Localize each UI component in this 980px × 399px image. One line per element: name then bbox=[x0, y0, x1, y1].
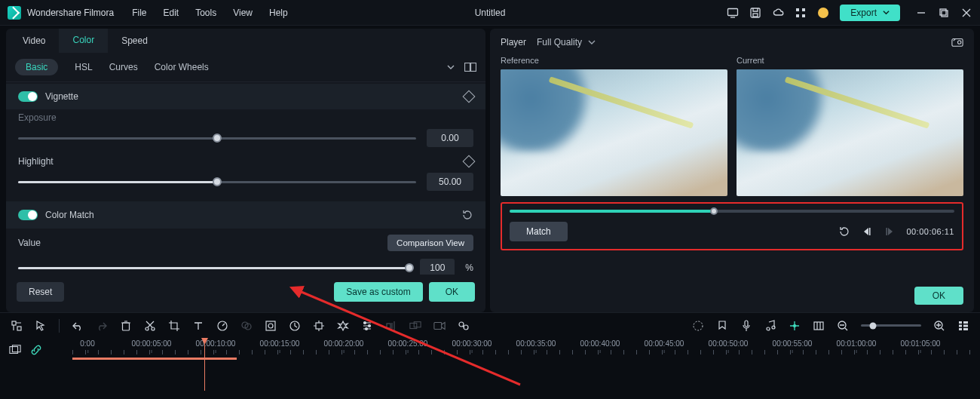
track-add-icon[interactable] bbox=[9, 344, 21, 356]
text-icon[interactable] bbox=[192, 320, 204, 332]
value-slider[interactable] bbox=[18, 267, 409, 269]
record-icon[interactable] bbox=[433, 320, 446, 332]
match-button[interactable]: Match bbox=[510, 222, 568, 241]
cloud-icon[interactable] bbox=[772, 7, 784, 19]
keyframe-tool-icon[interactable] bbox=[289, 320, 301, 332]
subtab-curves[interactable]: Curves bbox=[109, 62, 138, 72]
tab-video[interactable]: Video bbox=[9, 29, 59, 52]
timeline-clip[interactable] bbox=[72, 358, 237, 360]
export-button[interactable]: Export bbox=[840, 5, 900, 21]
svg-rect-50 bbox=[963, 328, 968, 330]
tracking-icon[interactable] bbox=[313, 320, 325, 332]
keyframe-icon[interactable] bbox=[463, 155, 476, 168]
section-vignette[interactable]: Vignette bbox=[6, 84, 485, 109]
music-icon[interactable] bbox=[764, 320, 776, 332]
highlight-slider[interactable] bbox=[18, 181, 416, 183]
ok-button[interactable]: OK bbox=[429, 282, 475, 302]
audio-sep-icon[interactable] bbox=[385, 320, 397, 332]
reset-icon[interactable] bbox=[461, 209, 473, 221]
playback-slider[interactable] bbox=[510, 210, 954, 213]
crop-icon[interactable] bbox=[168, 320, 180, 332]
ruler-mark: 00:00:55:00 bbox=[773, 339, 813, 348]
vignette-toggle[interactable] bbox=[18, 91, 38, 102]
exposure-value[interactable]: 0.00 bbox=[427, 129, 473, 147]
speed-icon[interactable] bbox=[216, 320, 228, 332]
account-avatar-icon[interactable] bbox=[817, 7, 829, 19]
subtab-colorwheels[interactable]: Color Wheels bbox=[155, 62, 209, 72]
monitor-icon[interactable] bbox=[727, 7, 739, 19]
link-icon[interactable] bbox=[30, 344, 42, 356]
window-minimize-icon[interactable] bbox=[915, 7, 927, 19]
exposure-slider[interactable] bbox=[18, 137, 416, 140]
redo-icon[interactable] bbox=[96, 320, 108, 332]
cut-icon[interactable] bbox=[144, 320, 156, 332]
menu-help[interactable]: Help bbox=[269, 8, 288, 18]
timeline-ruler-area[interactable]: 0:0000:00:05:0000:00:10:0000:00:15:0000:… bbox=[72, 338, 980, 395]
export-label: Export bbox=[850, 8, 877, 18]
menu-tools[interactable]: Tools bbox=[195, 8, 216, 18]
mask-icon[interactable] bbox=[265, 320, 277, 332]
menu-file[interactable]: File bbox=[132, 8, 146, 18]
zoom-out-icon[interactable] bbox=[837, 320, 849, 332]
zoom-in-icon[interactable] bbox=[933, 320, 945, 332]
undo-icon[interactable] bbox=[72, 320, 84, 332]
pointer-tool-icon[interactable] bbox=[35, 320, 47, 332]
svg-point-19 bbox=[145, 327, 149, 330]
snap-icon[interactable] bbox=[813, 320, 825, 332]
tab-color[interactable]: Color bbox=[59, 29, 108, 53]
save-as-custom-button[interactable]: Save as custom bbox=[334, 282, 422, 302]
marker-list-icon[interactable] bbox=[692, 320, 704, 332]
window-maximize-icon[interactable] bbox=[938, 7, 950, 19]
playhead[interactable] bbox=[204, 338, 205, 391]
adjust-icon[interactable] bbox=[361, 320, 373, 332]
comparison-view-button[interactable]: Comparison View bbox=[387, 235, 473, 251]
highlight-value[interactable]: 50.00 bbox=[427, 173, 473, 191]
chevron-down-icon[interactable] bbox=[445, 61, 457, 73]
subtab-basic[interactable]: Basic bbox=[15, 59, 58, 75]
exposure-label: Exposure bbox=[18, 112, 57, 123]
effects-icon[interactable] bbox=[337, 320, 349, 332]
svg-rect-32 bbox=[410, 323, 417, 328]
player-ok-button[interactable]: OK bbox=[914, 287, 963, 305]
subtab-hsl[interactable]: HSL bbox=[75, 62, 92, 72]
save-icon[interactable] bbox=[749, 7, 761, 19]
ruler-mark: 00:00:30:00 bbox=[452, 339, 492, 348]
render-icon[interactable] bbox=[789, 320, 801, 332]
step-forward-icon[interactable] bbox=[884, 226, 896, 238]
color-subtabs: Basic HSL Curves Color Wheels bbox=[6, 53, 485, 82]
group-icon[interactable] bbox=[409, 320, 421, 332]
svg-rect-11 bbox=[471, 63, 476, 72]
svg-point-30 bbox=[366, 327, 368, 330]
snapshot-icon[interactable] bbox=[951, 36, 963, 48]
window-close-icon[interactable] bbox=[960, 7, 972, 19]
timeline-toolbar bbox=[0, 312, 980, 338]
keyframe-icon[interactable] bbox=[463, 91, 476, 103]
menu-view[interactable]: View bbox=[233, 8, 253, 18]
marker-icon[interactable] bbox=[716, 320, 728, 332]
delete-icon[interactable] bbox=[120, 320, 132, 332]
rewind-icon[interactable] bbox=[838, 226, 850, 238]
timecode: 00:00:06:11 bbox=[906, 227, 954, 236]
quality-select[interactable]: Full Quality bbox=[537, 37, 596, 48]
timeline-options-icon[interactable] bbox=[957, 320, 969, 332]
svg-rect-15 bbox=[887, 228, 888, 235]
value-number[interactable]: 100 bbox=[420, 259, 455, 275]
step-back-icon[interactable] bbox=[861, 226, 873, 238]
mixer-icon[interactable] bbox=[458, 320, 470, 332]
menu-edit[interactable]: Edit bbox=[164, 8, 179, 18]
ruler-mark: 00:00:15:00 bbox=[260, 339, 300, 348]
color-icon[interactable] bbox=[240, 320, 253, 332]
select-tool-icon[interactable] bbox=[11, 320, 23, 332]
section-colormatch[interactable]: Color Match bbox=[6, 201, 485, 229]
reset-button[interactable]: Reset bbox=[17, 282, 64, 302]
highlight-label: Highlight bbox=[18, 156, 54, 167]
svg-rect-3 bbox=[796, 8, 799, 11]
ruler-mark: 00:00:50:00 bbox=[709, 339, 749, 348]
vignette-label: Vignette bbox=[45, 91, 78, 102]
colormatch-toggle[interactable] bbox=[18, 210, 38, 220]
zoom-slider[interactable] bbox=[861, 324, 921, 327]
voiceover-icon[interactable] bbox=[740, 320, 752, 332]
compare-layout-icon[interactable] bbox=[464, 61, 476, 73]
tab-speed[interactable]: Speed bbox=[108, 29, 161, 52]
apps-icon[interactable] bbox=[795, 7, 807, 19]
